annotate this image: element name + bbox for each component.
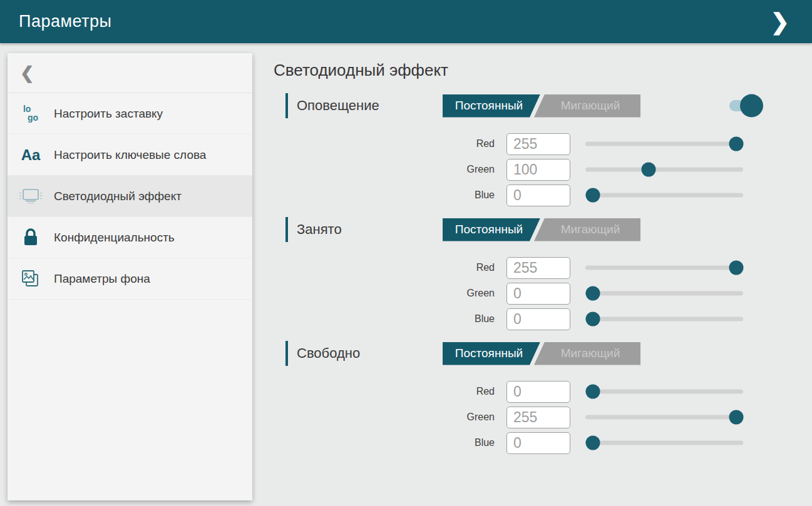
- section-title: Свободно: [297, 345, 443, 362]
- slider-thumb[interactable]: [585, 312, 600, 326]
- section-title: Занято: [297, 221, 443, 238]
- main-content: Светодиодный эффект Оповещение Постоянны…: [274, 43, 812, 506]
- app-header: Параметры ❯: [0, 0, 812, 43]
- red-value-input[interactable]: [506, 133, 570, 155]
- blue-slider[interactable]: [585, 308, 743, 330]
- sidebar-item-screensaver[interactable]: logo Настроить заставку: [8, 93, 252, 134]
- red-label: Red: [274, 138, 495, 149]
- red-label: Red: [274, 262, 495, 273]
- blue-label: Blue: [274, 437, 495, 448]
- background-images-icon: [8, 268, 54, 290]
- sidebar-item-led-effect[interactable]: Светодиодный эффект: [8, 176, 252, 217]
- blue-value-input[interactable]: [506, 432, 570, 454]
- slider-track: [585, 168, 743, 172]
- slider-thumb[interactable]: [729, 261, 743, 275]
- mode-segmented-control: Постоянный Мигающий: [443, 94, 640, 118]
- slider-thumb[interactable]: [585, 188, 600, 203]
- sidebar-item-label: Конфиденциальность: [54, 230, 175, 246]
- blue-slider[interactable]: [585, 184, 743, 206]
- page-title: Параметры: [19, 12, 111, 31]
- red-slider[interactable]: [585, 256, 743, 279]
- sidebar: ❮ logo Настроить заставку Aa Настроить к…: [8, 53, 252, 500]
- green-label: Green: [274, 412, 495, 423]
- sidebar-item-keywords[interactable]: Aa Настроить ключевые слова: [8, 134, 252, 176]
- content-title: Светодиодный эффект: [274, 61, 812, 80]
- keywords-icon: Aa: [8, 146, 54, 164]
- slider-track: [585, 266, 743, 270]
- mode-option-blinking[interactable]: Мигающий: [534, 94, 640, 118]
- blue-value-input[interactable]: [506, 308, 570, 330]
- section-accent-bar: [285, 93, 288, 118]
- green-value-input[interactable]: [506, 283, 570, 305]
- green-slider[interactable]: [585, 158, 743, 181]
- slider-track: [585, 142, 743, 146]
- mode-option-blinking[interactable]: Мигающий: [534, 218, 640, 241]
- red-slider[interactable]: [585, 133, 743, 155]
- red-slider[interactable]: [585, 380, 743, 403]
- mode-option-solid[interactable]: Постоянный: [443, 94, 540, 118]
- slider-thumb[interactable]: [642, 163, 656, 177]
- slider-thumb[interactable]: [585, 286, 600, 301]
- sidebar-item-background[interactable]: Параметры фона: [8, 258, 252, 300]
- forward-chevron-icon[interactable]: ❯: [767, 8, 793, 36]
- slider-track: [585, 441, 743, 445]
- toggle-knob: [740, 94, 763, 118]
- green-slider[interactable]: [585, 406, 743, 428]
- green-label: Green: [274, 164, 495, 175]
- red-value-input[interactable]: [506, 381, 570, 403]
- mode-option-solid[interactable]: Постоянный: [443, 218, 540, 241]
- green-slider[interactable]: [585, 282, 743, 305]
- lock-icon: [8, 228, 54, 248]
- red-value-input[interactable]: [506, 257, 570, 279]
- slider-thumb[interactable]: [729, 137, 743, 151]
- blue-value-input[interactable]: [506, 185, 570, 206]
- led-screen-icon: [8, 186, 54, 206]
- slider-track: [585, 291, 743, 296]
- slider-track: [585, 390, 743, 394]
- section-free: Свободно Постоянный Мигающий Red Green B…: [274, 341, 812, 454]
- mode-option-solid[interactable]: Постоянный: [443, 342, 540, 365]
- sidebar-item-label: Параметры фона: [54, 271, 150, 287]
- section-alert: Оповещение Постоянный Мигающий Red Green: [274, 93, 812, 206]
- slider-track: [585, 193, 743, 198]
- mode-segmented-control: Постоянный Мигающий: [443, 342, 640, 365]
- sidebar-item-label: Светодиодный эффект: [54, 188, 182, 205]
- slider-thumb[interactable]: [585, 436, 600, 450]
- sidebar-item-label: Настроить ключевые слова: [54, 147, 206, 163]
- blue-label: Blue: [274, 313, 495, 325]
- sidebar-item-label: Настроить заставку: [54, 106, 163, 122]
- section-accent-bar: [285, 217, 288, 242]
- mode-option-blinking[interactable]: Мигающий: [534, 342, 640, 365]
- section-busy: Занято Постоянный Мигающий Red Green Blu…: [274, 217, 812, 330]
- mode-segmented-control: Постоянный Мигающий: [443, 218, 640, 241]
- back-chevron-icon: ❮: [20, 63, 34, 83]
- green-value-input[interactable]: [506, 407, 570, 428]
- alert-enable-toggle[interactable]: [729, 100, 757, 111]
- slider-thumb[interactable]: [585, 385, 600, 399]
- slider-track: [585, 317, 743, 321]
- green-label: Green: [274, 288, 495, 299]
- red-label: Red: [274, 386, 495, 397]
- slider-track: [585, 415, 743, 420]
- sidebar-collapse-button[interactable]: ❮: [8, 53, 252, 93]
- blue-slider[interactable]: [585, 432, 743, 454]
- sidebar-item-privacy[interactable]: Конфиденциальность: [8, 217, 252, 258]
- section-accent-bar: [285, 341, 288, 366]
- section-title: Оповещение: [297, 98, 443, 114]
- slider-thumb[interactable]: [729, 410, 743, 425]
- blue-label: Blue: [274, 190, 495, 201]
- logo-icon: logo: [8, 105, 54, 122]
- green-value-input[interactable]: [506, 159, 570, 181]
